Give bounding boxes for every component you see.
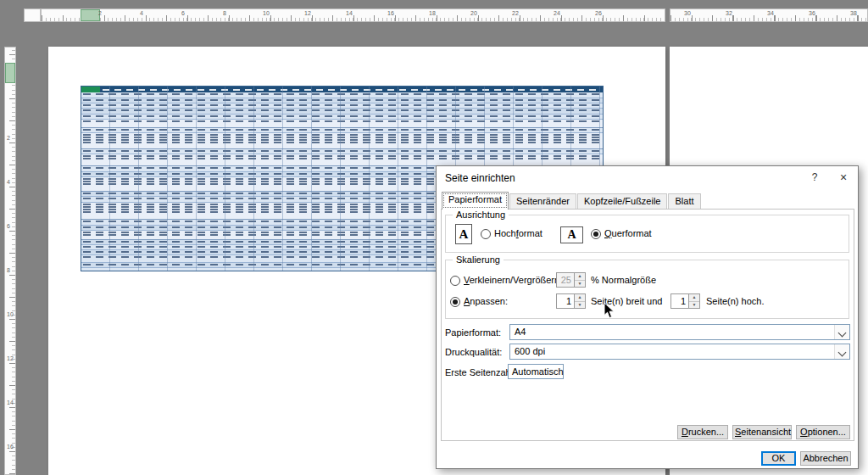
- spin-up-icon[interactable]: ▲: [689, 294, 699, 302]
- table-header-faux-text: [103, 89, 600, 91]
- chevron-down-icon: [838, 329, 847, 338]
- ruler-number: 38: [850, 10, 857, 16]
- spin-down-icon[interactable]: ▼: [575, 302, 585, 309]
- ruler-number: 12: [7, 355, 14, 361]
- ruler-number: 32: [726, 10, 732, 16]
- tab-kopfzeile-fusszeile[interactable]: Kopfzeile/Fußzeile: [577, 193, 668, 210]
- ruler-number: 22: [512, 10, 519, 16]
- scaling-group-label: Skalierung: [453, 254, 504, 265]
- table-faux-text: [83, 120, 601, 122]
- table-faux-text: [83, 142, 601, 143]
- ruler-number: 8: [7, 267, 10, 273]
- dropdown-button[interactable]: [834, 325, 849, 339]
- table-faux-text: [83, 115, 601, 117]
- vertical-ruler: 246810121416: [4, 47, 16, 475]
- ruler-number: 30: [684, 10, 691, 16]
- shrink-percent-value[interactable]: 25: [556, 272, 575, 288]
- options-button[interactable]: Optionen...: [796, 425, 850, 439]
- portrait-icon: A: [455, 224, 472, 244]
- paper-format-label: Papierformat:: [445, 327, 501, 338]
- table-faux-text: [83, 134, 601, 136]
- spin-down-icon[interactable]: ▼: [689, 302, 699, 309]
- ok-button[interactable]: OK: [761, 451, 796, 466]
- fit-width-stepper: 1 ▲ ▼: [556, 293, 586, 309]
- ruler-number: 14: [7, 400, 14, 405]
- print-quality-value: 600 dpi: [515, 346, 545, 356]
- shrink-radio[interactable]: [450, 276, 460, 286]
- print-preview-button[interactable]: Seitenansicht: [732, 425, 792, 439]
- table-row: [81, 120, 603, 128]
- tab-papierformat[interactable]: Papierformat: [442, 192, 509, 210]
- ruler-origin-box: [24, 8, 41, 22]
- horizontal-ruler: 2468101214161820222426: [41, 8, 665, 22]
- ruler-number: 24: [554, 10, 560, 16]
- ruler-number: 2: [7, 135, 10, 141]
- dialog-titlebar[interactable]: Seite einrichten ? ×: [437, 166, 858, 189]
- spin-up-icon[interactable]: ▲: [575, 294, 585, 302]
- table-row: [81, 154, 603, 166]
- first-page-number-input[interactable]: Automatisch: [508, 364, 564, 379]
- ruler-number: 16: [7, 444, 14, 450]
- table-row: [81, 92, 603, 98]
- table-faux-text: [83, 99, 601, 101]
- table-faux-text: [83, 139, 601, 141]
- first-page-number-label: Erste Seitenzahl:: [445, 367, 515, 377]
- spin-up-icon[interactable]: ▲: [575, 273, 585, 281]
- portrait-label[interactable]: Hochformat: [494, 228, 542, 238]
- print-quality-select[interactable]: 600 dpi: [509, 344, 850, 360]
- spin-down-icon[interactable]: ▼: [575, 281, 585, 288]
- table-faux-text: [83, 137, 601, 138]
- chevron-down-icon: [838, 349, 847, 357]
- ruler-number: 4: [7, 179, 10, 185]
- table-header-row: [81, 87, 603, 92]
- ruler-selection-highlight: [81, 9, 100, 21]
- mouse-cursor: [604, 302, 615, 319]
- dialog-title: Seite einrichten: [445, 172, 515, 184]
- shrink-suffix-label: % Normalgröße: [591, 275, 656, 285]
- table-header-first-cell: [81, 87, 100, 92]
- fit-height-suffix-label: Seite(n) hoch.: [706, 296, 764, 306]
- help-icon[interactable]: ?: [802, 166, 827, 188]
- landscape-radio[interactable]: [591, 229, 601, 239]
- ruler-number: 10: [7, 311, 14, 317]
- paper-format-select[interactable]: A4: [509, 324, 850, 340]
- ruler-number: 6: [7, 223, 10, 229]
- landscape-icon: A: [560, 226, 583, 243]
- orientation-group-label: Ausrichtung: [453, 210, 509, 220]
- fit-height-value[interactable]: 1: [670, 293, 689, 309]
- close-icon[interactable]: ×: [831, 166, 856, 188]
- paper-format-value: A4: [515, 327, 526, 337]
- ruler-number: 16: [387, 10, 394, 16]
- fit-label[interactable]: Anpassen:: [464, 296, 508, 306]
- ruler-number: 14: [346, 10, 353, 16]
- dropdown-button[interactable]: [834, 344, 849, 359]
- ruler-number: 12: [304, 10, 311, 16]
- excel-print-preview-screen: 2468101214161820222426 3032343638 246810…: [0, 0, 868, 475]
- ruler-number: 20: [470, 10, 477, 16]
- ruler-number: 4: [140, 10, 143, 16]
- ruler-number: 18: [429, 10, 436, 16]
- fit-width-value[interactable]: 1: [556, 293, 575, 309]
- print-quality-label: Druckqualität:: [445, 347, 502, 357]
- print-button[interactable]: Drucken...: [677, 425, 728, 439]
- tab-seitenraender[interactable]: Seitenränder: [509, 193, 576, 210]
- portrait-radio[interactable]: [481, 229, 491, 239]
- ruler-number: 2: [98, 10, 102, 16]
- shrink-label[interactable]: Verkleinern/Vergrößern:: [464, 275, 562, 285]
- landscape-label[interactable]: Querformat: [604, 228, 652, 238]
- table-faux-text: [83, 104, 601, 106]
- fit-width-suffix-label: Seite(n) breit und: [591, 296, 662, 306]
- tab-strip: Papierformat Seitenränder Kopfzeile/Fußz…: [442, 193, 702, 210]
- horizontal-ruler-page2: 3032343638: [670, 8, 868, 22]
- table-faux-text: [83, 155, 601, 157]
- ruler-number: 8: [223, 10, 226, 16]
- ruler-number: 6: [181, 10, 185, 16]
- table-row: [81, 133, 603, 149]
- ruler-number: 34: [767, 10, 774, 16]
- cancel-button[interactable]: Abbrechen: [800, 451, 851, 466]
- table-faux-text: [83, 158, 601, 159]
- table-row: [81, 109, 603, 115]
- table-faux-text: [83, 150, 601, 152]
- fit-radio[interactable]: [450, 297, 460, 307]
- tab-blatt[interactable]: Blatt: [668, 193, 700, 210]
